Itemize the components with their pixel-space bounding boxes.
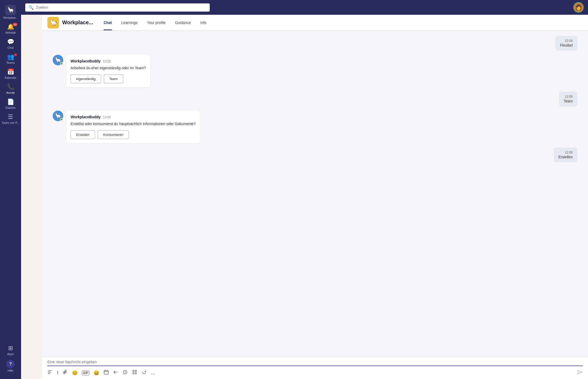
- app-tabs: Chat Learnings Your profile Guidance Inf…: [99, 15, 210, 30]
- message-text: Team: [564, 99, 573, 103]
- tab-learnings[interactable]: Learnings: [117, 15, 142, 30]
- tab-info[interactable]: Info: [196, 15, 210, 30]
- input-area: ! 😊 GIF 😄: [42, 356, 588, 379]
- sidebar-item-hilfe-label: Hilfe: [8, 369, 13, 372]
- svg-rect-3: [135, 370, 136, 372]
- sidebar-item-dateien-label: Dateien: [6, 106, 16, 109]
- sidebar-item-chat[interactable]: 💬 Chat: [0, 36, 21, 51]
- attach-icon[interactable]: [62, 370, 68, 376]
- sender-name: WorkplaceBuddy: [71, 115, 101, 119]
- message-row: 🦙 WorkplaceBuddy 12:06 Erstellst oder ko…: [53, 111, 577, 143]
- sidebar-item-aktivitat-label: Aktivität: [6, 31, 16, 34]
- chat-icon: 💬: [7, 38, 14, 45]
- topbar: 🔍 👩: [21, 0, 588, 15]
- help-icon: ?: [6, 360, 15, 368]
- user-bubble-team: 12:05 Team: [559, 92, 577, 106]
- sidebar-item-kalender[interactable]: 📅 Kalender: [0, 66, 21, 81]
- message-time: 12:04: [560, 39, 573, 43]
- app-logo: 🦙: [47, 17, 59, 28]
- choice-buttons: eigenständig Team: [71, 75, 146, 83]
- choice-buttons: Erstellen Konsumieren: [71, 130, 196, 139]
- sender-line: WorkplaceBuddy 12:06: [71, 115, 196, 119]
- sticker-icon[interactable]: 😄: [94, 370, 99, 376]
- main-panel: 🦙 Workplace... Chat Learnings Your profi…: [42, 15, 588, 379]
- chat-area: 12:04 Flexibel 🦙 WorkplaceBuddy 12:05 Ar…: [42, 31, 588, 356]
- send-later-icon[interactable]: [113, 370, 118, 376]
- svg-rect-0: [104, 371, 108, 374]
- message-time: 12:06: [103, 115, 111, 119]
- message-time: 12:05: [103, 60, 111, 63]
- sidebar-item-apps-label: Apps: [7, 352, 14, 356]
- sidebar-item-aktivitat[interactable]: 12 🔔 Aktivität: [0, 21, 21, 36]
- phone-icon: 📞: [7, 83, 14, 90]
- file-icon: 📄: [7, 99, 14, 105]
- choice-button-eigenstandig[interactable]: eigenständig: [71, 75, 101, 83]
- svg-rect-4: [133, 373, 134, 374]
- message-row: 12:06 Erstellen: [53, 147, 577, 162]
- choice-button-erstellen[interactable]: Erstellen: [71, 130, 95, 139]
- sidebar-item-anrufe-label: Anrufe: [6, 91, 15, 94]
- message-input[interactable]: [47, 360, 583, 366]
- sidebar-item-anrufe[interactable]: 📞 Anrufe: [0, 81, 21, 96]
- search-box[interactable]: 🔍: [25, 3, 210, 12]
- schedule-icon[interactable]: [104, 370, 109, 376]
- teams-icon: 👥: [7, 53, 14, 60]
- app-header: 🦙 Workplace... Chat Learnings Your profi…: [42, 15, 588, 31]
- message-row: 🦙 WorkplaceBuddy 12:05 Arbeitest du eher…: [53, 55, 577, 87]
- message-input-row: [42, 357, 588, 368]
- user-avatar[interactable]: 👩: [573, 2, 584, 13]
- sidebar-item-apps[interactable]: ⊞ Apps: [0, 343, 21, 358]
- gif-icon[interactable]: GIF: [82, 371, 89, 375]
- send-button[interactable]: [577, 369, 583, 376]
- loop-icon[interactable]: [122, 370, 128, 376]
- search-icon: 🔍: [28, 5, 34, 10]
- important-icon[interactable]: !: [57, 371, 58, 375]
- bot-message: 🦙 WorkplaceBuddy 12:05 Arbeitest du eher…: [53, 55, 150, 87]
- tab-chat[interactable]: Chat: [99, 15, 116, 30]
- sidebar-item-chat-label: Chat: [7, 46, 13, 49]
- sidebar-item-dateien[interactable]: 📄 Dateien: [0, 96, 21, 111]
- sidebar-item-teams[interactable]: 👥 Teams: [0, 51, 21, 66]
- user-bubble-erstellen: 12:06 Erstellen: [554, 147, 577, 162]
- tab-your-profile[interactable]: Your profile: [143, 15, 170, 30]
- search-input[interactable]: [36, 5, 207, 9]
- sidebar-item-teams-label: Teams: [6, 61, 15, 64]
- emoji-icon[interactable]: 😊: [72, 370, 78, 376]
- refresh-icon[interactable]: [141, 370, 147, 376]
- tab-guidance[interactable]: Guidance: [171, 15, 195, 30]
- bot-avatar: 🦙: [53, 111, 63, 121]
- message-time: 12:05: [564, 95, 573, 99]
- teams-dot-badge: [14, 53, 17, 56]
- svg-rect-2: [133, 370, 134, 372]
- sidebar-item-tasks[interactable]: ☰ Tasks von P...: [0, 111, 21, 126]
- workplace-icon: 🦙: [5, 5, 16, 15]
- app-title: Workplace...: [62, 19, 93, 26]
- message-text: Flexibel: [560, 43, 573, 47]
- bot-bubble: WorkplaceBuddy 12:06 Erstellst oder kons…: [66, 111, 200, 143]
- user-bubble-flexibel: 12:04 Flexibel: [555, 36, 577, 51]
- bot-bubble: WorkplaceBuddy 12:05 Arbeitest du eher e…: [66, 55, 150, 87]
- apps-icon: ⊞: [8, 345, 13, 352]
- sender-name: WorkplaceBuddy: [71, 59, 101, 63]
- sender-line: WorkplaceBuddy 12:05: [71, 59, 146, 63]
- sidebar-item-hilfe[interactable]: ? Hilfe: [0, 358, 21, 374]
- bot-message: 🦙 WorkplaceBuddy 12:06 Erstellst oder ko…: [53, 111, 200, 143]
- message-text: Erstellst oder konsumierst du hauptsächl…: [71, 121, 196, 127]
- aktivitat-badge: 12: [13, 23, 17, 26]
- grid-icon[interactable]: [132, 370, 137, 376]
- message-row: 12:04 Flexibel: [53, 36, 577, 51]
- sidebar-item-workplace[interactable]: 🦙 Workplace...: [0, 3, 21, 21]
- more-icon[interactable]: ...: [151, 370, 155, 376]
- sidebar-item-workplace-label: Workplace...: [3, 16, 18, 19]
- message-text: Arbeitest du eher eigenständig oder im T…: [71, 65, 146, 71]
- choice-button-team[interactable]: Team: [104, 75, 123, 83]
- message-row: 12:05 Team: [53, 92, 577, 106]
- choice-button-konsumieren[interactable]: Konsumieren: [98, 130, 129, 139]
- online-indicator: [60, 118, 63, 121]
- message-text: Erstellen: [558, 155, 573, 159]
- format-icon[interactable]: [47, 370, 53, 376]
- sidebar: 🦙 Workplace... 12 🔔 Aktivität 💬 Chat 👥 T…: [0, 0, 21, 379]
- calendar-icon: 📅: [7, 68, 14, 75]
- message-time: 12:06: [558, 151, 573, 154]
- tasks-icon: ☰: [8, 114, 13, 120]
